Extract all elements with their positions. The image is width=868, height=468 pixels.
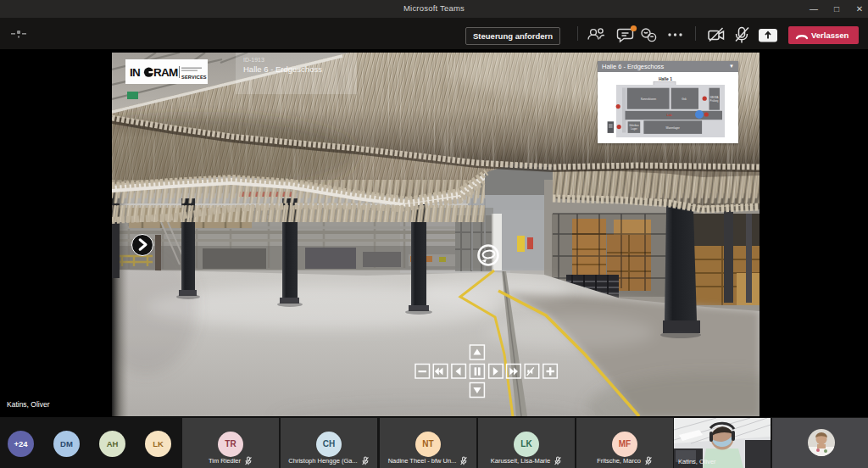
svg-text:Lager: Lager [631,127,637,131]
svg-text:SERVICES: SERVICES [181,75,207,80]
svg-text:Halle 1: Halle 1 [659,76,672,81]
svg-text:Konnektoren: Konnektoren [641,98,656,101]
svg-text:Prüfung: Prüfung [710,99,719,103]
svg-text:IN: IN [130,66,140,79]
svg-text:Warenlager: Warenlager [666,126,681,130]
svg-text:Lab: Lab [667,114,672,117]
svg-text:Gsk: Gsk [682,98,687,101]
svg-text:RAM: RAM [153,66,178,79]
